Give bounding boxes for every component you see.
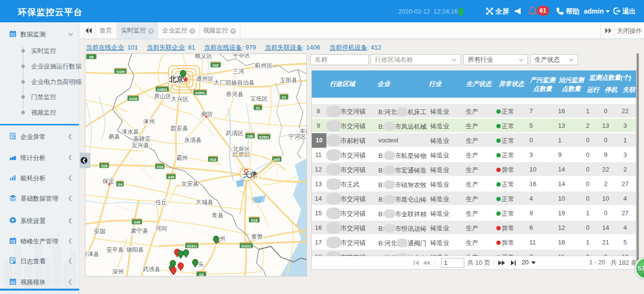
svg-text:G45: G45 bbox=[134, 221, 140, 224]
svg-text:安国: 安国 bbox=[94, 228, 105, 235]
svg-text:G1: G1 bbox=[282, 96, 286, 99]
svg-text:肃宁县: 肃宁县 bbox=[131, 227, 148, 234]
svg-text:G3: G3 bbox=[199, 273, 203, 277]
svg-text:头: 头 bbox=[198, 261, 204, 268]
svg-text:香河县: 香河县 bbox=[226, 91, 243, 98]
svg-text:平谷区: 平谷区 bbox=[233, 54, 250, 58]
svg-text:G18: G18 bbox=[101, 164, 107, 168]
svg-text:饶阳县: 饶阳县 bbox=[126, 246, 144, 253]
svg-text:玉田县: 玉田县 bbox=[280, 77, 297, 84]
svg-text:S1: S1 bbox=[256, 106, 260, 110]
svg-text:任丘: 任丘 bbox=[155, 199, 167, 206]
svg-text:高碑店: 高碑店 bbox=[133, 136, 151, 142]
svg-text:大城县: 大城县 bbox=[196, 199, 213, 206]
svg-text:G18: G18 bbox=[156, 165, 163, 169]
svg-text:G1811: G1811 bbox=[187, 244, 197, 248]
svg-text:大兴区: 大兴区 bbox=[171, 96, 188, 103]
svg-text:通州区: 通州区 bbox=[196, 75, 214, 82]
svg-text:安平县: 安平县 bbox=[106, 246, 124, 253]
svg-text:深州: 深州 bbox=[112, 268, 124, 275]
svg-text:定兴县: 定兴县 bbox=[132, 142, 149, 149]
svg-text:州: 州 bbox=[220, 235, 225, 242]
svg-text:霸州: 霸州 bbox=[176, 155, 188, 161]
svg-text:河间: 河间 bbox=[155, 225, 167, 232]
svg-text:永清县: 永清县 bbox=[184, 137, 202, 143]
svg-text:固安县: 固安县 bbox=[170, 125, 188, 132]
svg-text:G4501: G4501 bbox=[157, 88, 167, 91]
svg-text:文安县: 文安县 bbox=[181, 180, 199, 187]
svg-text:涿州: 涿州 bbox=[143, 118, 155, 125]
svg-text:G4: G4 bbox=[118, 183, 122, 186]
svg-text:G109: G109 bbox=[116, 70, 124, 73]
svg-text:涞水县: 涞水县 bbox=[121, 128, 139, 135]
svg-text:S6: S6 bbox=[89, 55, 94, 59]
svg-text:大厂回族自治县: 大厂回族自治县 bbox=[214, 79, 254, 86]
svg-text:黄骅: 黄骅 bbox=[251, 233, 263, 240]
svg-text:青县: 青县 bbox=[212, 212, 223, 219]
svg-text:武强县: 武强县 bbox=[143, 266, 160, 273]
svg-text:武清区: 武清区 bbox=[226, 130, 243, 137]
svg-text:G108: G108 bbox=[129, 97, 137, 101]
svg-text:三河: 三河 bbox=[233, 68, 244, 75]
svg-text:S30: S30 bbox=[247, 135, 254, 138]
svg-text:G18: G18 bbox=[210, 158, 216, 161]
svg-text:蓟州区: 蓟州区 bbox=[254, 62, 272, 69]
svg-text:S32: S32 bbox=[213, 64, 219, 67]
svg-text:深泽县: 深泽县 bbox=[85, 251, 99, 258]
svg-text:G4501: G4501 bbox=[195, 91, 205, 95]
svg-text:顺义区: 顺义区 bbox=[195, 54, 212, 59]
svg-text:G45: G45 bbox=[168, 175, 174, 179]
svg-text:G2501: G2501 bbox=[259, 136, 269, 139]
svg-text:宝坻区: 宝坻区 bbox=[250, 95, 268, 102]
svg-text:宁河区: 宁河区 bbox=[288, 133, 306, 140]
svg-text:G1811: G1811 bbox=[241, 244, 252, 248]
svg-text:房山区: 房山区 bbox=[154, 93, 171, 100]
svg-text:G18: G18 bbox=[251, 219, 257, 222]
svg-text:易县: 易县 bbox=[108, 133, 120, 140]
